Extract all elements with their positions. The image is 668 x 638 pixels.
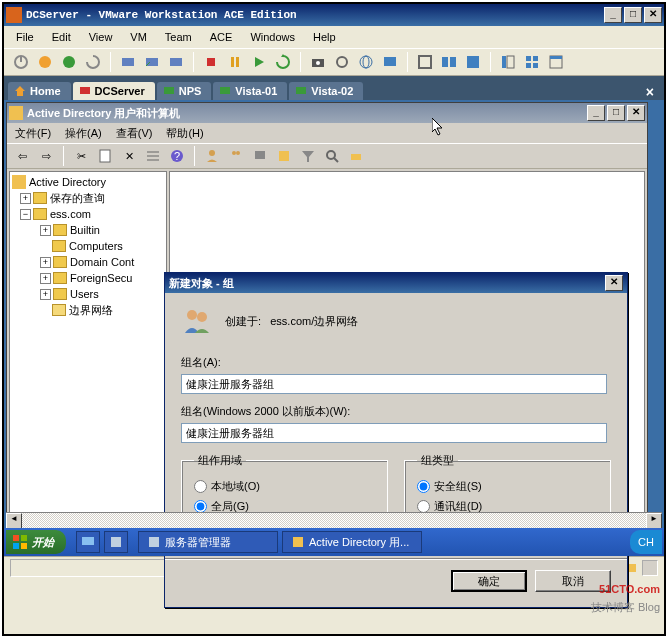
scroll-left-icon[interactable]: ◄ xyxy=(6,513,22,529)
tree-computers[interactable]: Computers xyxy=(69,240,123,252)
thumbnail-icon[interactable] xyxy=(521,51,543,73)
minimize-button[interactable]: _ xyxy=(604,7,622,23)
task-ad-users[interactable]: Active Directory 用... xyxy=(282,531,422,553)
system-tray[interactable]: CH xyxy=(630,530,662,554)
expand-icon[interactable]: + xyxy=(40,225,51,236)
tree-foreign[interactable]: ForeignSecu xyxy=(70,272,132,284)
ad-menu-file[interactable]: 文件(F) xyxy=(9,124,57,143)
menu-windows[interactable]: Windows xyxy=(242,29,303,45)
svg-rect-24 xyxy=(526,63,531,68)
tree-boundary[interactable]: 边界网络 xyxy=(69,303,113,318)
ad-menu-help[interactable]: 帮助(H) xyxy=(160,124,209,143)
ou-icon[interactable] xyxy=(273,145,295,167)
fullscreen-icon[interactable] xyxy=(414,51,436,73)
pause-icon[interactable] xyxy=(224,51,246,73)
scope-global-radio[interactable] xyxy=(194,500,207,513)
tab-vista01[interactable]: Vista-01 xyxy=(213,82,287,100)
type-security-radio[interactable] xyxy=(417,480,430,493)
ok-button[interactable]: 确定 xyxy=(451,570,527,592)
tree-domain[interactable]: ess.com xyxy=(50,208,91,220)
find-icon[interactable] xyxy=(321,145,343,167)
suspend-icon[interactable] xyxy=(34,51,56,73)
restart-icon[interactable] xyxy=(272,51,294,73)
display-icon[interactable] xyxy=(379,51,401,73)
quicklaunch-2[interactable] xyxy=(104,531,128,553)
list-icon[interactable] xyxy=(142,145,164,167)
type-dist-radio[interactable] xyxy=(417,500,430,513)
scroll-right-icon[interactable]: ► xyxy=(646,513,662,529)
tab-vista02[interactable]: Vista-02 xyxy=(289,82,363,100)
power-off-icon[interactable] xyxy=(10,51,32,73)
properties-icon[interactable] xyxy=(94,145,116,167)
svg-rect-15 xyxy=(384,57,396,66)
quicklaunch-1[interactable] xyxy=(76,531,100,553)
tab-home[interactable]: Home xyxy=(8,82,71,100)
ad-close-button[interactable]: ✕ xyxy=(627,105,645,121)
reset-icon[interactable] xyxy=(82,51,104,73)
cut-icon[interactable]: ✂ xyxy=(70,145,92,167)
expand-icon[interactable]: + xyxy=(20,193,31,204)
capture-icon[interactable] xyxy=(307,51,329,73)
ad-menu-view[interactable]: 查看(V) xyxy=(110,124,159,143)
ad-tree[interactable]: Active Directory +保存的查询 −ess.com +Builti… xyxy=(9,171,167,547)
task-server-manager[interactable]: 服务器管理器 xyxy=(138,531,278,553)
maximize-button[interactable]: □ xyxy=(624,7,642,23)
settings-icon[interactable] xyxy=(331,51,353,73)
computer-icon[interactable] xyxy=(249,145,271,167)
manage-icon[interactable] xyxy=(165,51,187,73)
expand-icon[interactable]: + xyxy=(40,257,51,268)
svg-rect-45 xyxy=(351,154,361,160)
add-icon[interactable] xyxy=(345,145,367,167)
quickswitch-icon[interactable] xyxy=(438,51,460,73)
unity-icon[interactable] xyxy=(462,51,484,73)
tree-builtin[interactable]: Builtin xyxy=(70,224,100,236)
tab-dcserver[interactable]: DCServer xyxy=(73,82,155,100)
summary-icon[interactable] xyxy=(545,51,567,73)
tree-saved[interactable]: 保存的查询 xyxy=(50,191,105,206)
menu-edit[interactable]: Edit xyxy=(44,29,79,45)
delete-icon[interactable]: ✕ xyxy=(118,145,140,167)
group-name-input[interactable] xyxy=(181,374,607,394)
close-button[interactable]: ✕ xyxy=(644,7,662,23)
play-icon[interactable] xyxy=(248,51,270,73)
ad-minimize-button[interactable]: _ xyxy=(587,105,605,121)
tab-close-icon[interactable]: × xyxy=(640,84,660,100)
help-icon[interactable]: ? xyxy=(166,145,188,167)
tab-nps[interactable]: NPS xyxy=(157,82,212,100)
group-name-w2k-input[interactable] xyxy=(181,423,607,443)
collapse-icon[interactable]: − xyxy=(20,209,31,220)
power-on-icon[interactable] xyxy=(58,51,80,73)
dialog-titlebar[interactable]: 新建对象 - 组 ✕ xyxy=(165,273,627,293)
user-icon[interactable] xyxy=(201,145,223,167)
forward-icon[interactable]: ⇨ xyxy=(35,145,57,167)
network-icon[interactable] xyxy=(355,51,377,73)
scroll-track[interactable] xyxy=(22,513,646,528)
revert-icon[interactable] xyxy=(141,51,163,73)
expand-icon[interactable]: + xyxy=(40,273,51,284)
filter-icon[interactable] xyxy=(297,145,319,167)
start-button[interactable]: 开始 xyxy=(6,530,66,554)
guest-hscroll[interactable]: ◄ ► xyxy=(6,512,662,528)
sidebar-icon[interactable] xyxy=(497,51,519,73)
menu-team[interactable]: Team xyxy=(157,29,200,45)
back-icon[interactable]: ⇦ xyxy=(11,145,33,167)
tree-users[interactable]: Users xyxy=(70,288,99,300)
group-icon[interactable] xyxy=(225,145,247,167)
expand-icon[interactable]: + xyxy=(40,289,51,300)
menu-ace[interactable]: ACE xyxy=(202,29,241,45)
ad-maximize-button[interactable]: □ xyxy=(607,105,625,121)
menu-help[interactable]: Help xyxy=(305,29,344,45)
cancel-button[interactable]: 取消 xyxy=(535,570,611,592)
dialog-close-button[interactable]: ✕ xyxy=(605,275,623,291)
ad-menu-action[interactable]: 操作(A) xyxy=(59,124,108,143)
home-icon xyxy=(14,85,26,97)
menu-view[interactable]: View xyxy=(81,29,121,45)
ime-indicator[interactable]: CH xyxy=(638,536,654,548)
scope-local-radio[interactable] xyxy=(194,480,207,493)
menu-file[interactable]: File xyxy=(8,29,42,45)
stop-icon[interactable] xyxy=(200,51,222,73)
tree-domaincont[interactable]: Domain Cont xyxy=(70,256,134,268)
tree-root[interactable]: Active Directory xyxy=(29,176,106,188)
snapshot-icon[interactable] xyxy=(117,51,139,73)
menu-vm[interactable]: VM xyxy=(122,29,155,45)
